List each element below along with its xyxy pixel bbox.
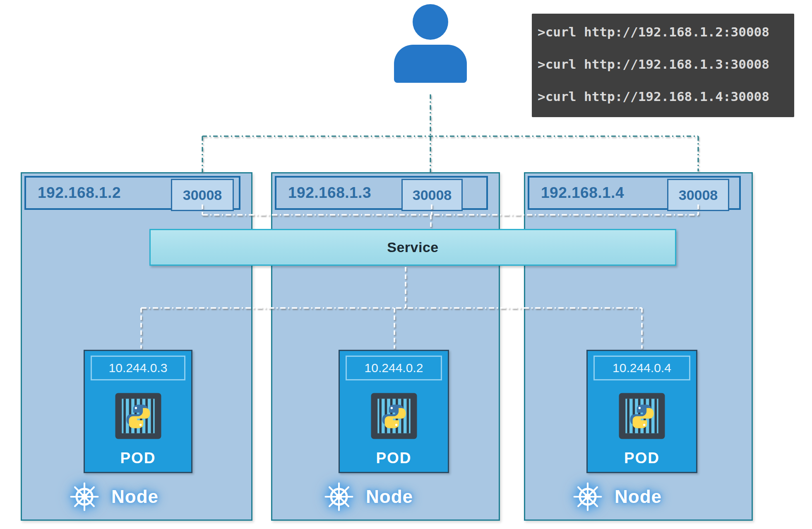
user-icon-body [394, 45, 467, 83]
curl-command-2: >curl http://192.168.1.3:30008 [538, 57, 791, 72]
node-ip-label-3: 192.168.1.4 [529, 184, 624, 202]
node-ip-label-2: 192.168.1.3 [276, 184, 371, 202]
pod-box-3: 10.244.0.4 POD [586, 350, 697, 473]
service-label: Service [387, 239, 439, 255]
pod-ip-badge-1: 10.244.0.3 [91, 356, 185, 380]
pod-box-1: 10.244.0.3 POD [84, 350, 192, 473]
python-container-icon [115, 392, 162, 440]
pod-ip-badge-3: 10.244.0.4 [593, 356, 690, 380]
node-footer-3: Node [572, 481, 662, 513]
pod-ip-badge-2: 10.244.0.2 [346, 356, 442, 380]
node-port-badge-1: 30008 [171, 179, 234, 211]
node-footer-2: Node [323, 481, 413, 513]
python-container-icon [618, 392, 665, 440]
node-port-badge-3: 30008 [667, 179, 729, 211]
user-icon-head [413, 4, 448, 40]
kubernetes-helm-icon [68, 481, 101, 513]
kubernetes-helm-icon [572, 481, 604, 513]
pod-label-3: POD [588, 450, 696, 467]
diagram-canvas: >curl http://192.168.1.2:30008 >curl htt… [0, 0, 812, 529]
pod-label-2: POD [340, 450, 448, 467]
node-label-1: Node [111, 486, 159, 507]
node-footer-1: Node [68, 481, 159, 513]
curl-command-3: >curl http://192.168.1.4:30008 [538, 89, 791, 104]
pod-label-1: POD [85, 450, 191, 467]
node-label-3: Node [615, 486, 662, 507]
python-container-icon [370, 392, 418, 440]
node-label-2: Node [366, 486, 413, 507]
node-ip-label-1: 192.168.1.2 [26, 184, 121, 202]
terminal-window: >curl http://192.168.1.2:30008 >curl htt… [532, 14, 794, 117]
node-port-badge-2: 30008 [401, 179, 463, 211]
kubernetes-helm-icon [323, 481, 355, 513]
service-bar: Service [149, 229, 676, 266]
curl-command-1: >curl http://192.168.1.2:30008 [538, 24, 791, 39]
pod-box-2: 10.244.0.2 POD [339, 350, 449, 473]
